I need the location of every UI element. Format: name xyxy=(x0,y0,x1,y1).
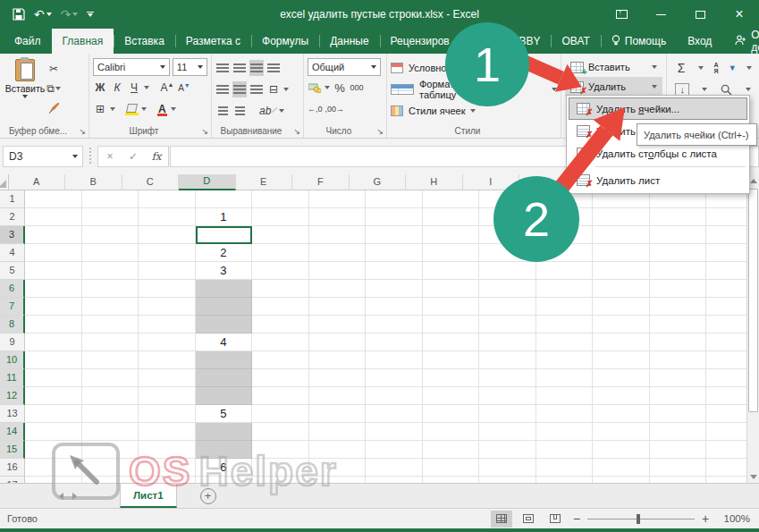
decrease-font-icon[interactable]: А▼ xyxy=(177,80,191,96)
select-all-corner[interactable] xyxy=(0,174,9,190)
sheet-tab-list1[interactable]: Лист1 xyxy=(120,484,177,508)
cell-H3[interactable] xyxy=(423,226,480,244)
cell-J12[interactable] xyxy=(536,387,594,405)
cell-A9[interactable] xyxy=(25,334,82,351)
underline-button[interactable]: Ч xyxy=(127,80,141,96)
tab-help[interactable]: Помощь xyxy=(601,29,677,54)
cell-J13[interactable] xyxy=(536,405,594,423)
cell-G7[interactable] xyxy=(366,298,423,316)
cell-B9[interactable] xyxy=(82,334,139,351)
cell-J17[interactable] xyxy=(536,477,594,483)
currency-dropdown-icon[interactable] xyxy=(325,86,330,89)
cell-L10[interactable] xyxy=(650,351,707,369)
cell-B1[interactable] xyxy=(82,190,139,208)
cell-H5[interactable] xyxy=(423,262,480,280)
cell-L12[interactable] xyxy=(650,387,707,405)
cell-J15[interactable] xyxy=(536,441,594,459)
cell-J14[interactable] xyxy=(536,423,594,441)
cell-L4[interactable] xyxy=(650,244,707,262)
tab-3[interactable]: Разметка с xyxy=(175,29,251,54)
cell-F7[interactable] xyxy=(309,298,367,316)
increase-decimal-icon[interactable]: ←,0 xyxy=(308,101,323,117)
cell-F9[interactable] xyxy=(309,334,367,351)
align-bottom-icon[interactable] xyxy=(249,60,264,76)
cell-M14[interactable] xyxy=(706,423,746,441)
cell-E5[interactable] xyxy=(252,262,309,280)
cell-L5[interactable] xyxy=(650,262,707,280)
font-color-icon[interactable]: А xyxy=(156,103,168,115)
borders-dropdown-icon[interactable] xyxy=(110,107,115,111)
cell-M6[interactable] xyxy=(706,280,746,298)
merge-dropdown-icon[interactable] xyxy=(283,88,289,91)
new-sheet-icon[interactable]: + xyxy=(200,488,216,504)
cell-F13[interactable] xyxy=(309,405,367,423)
cell-C15[interactable] xyxy=(139,441,196,459)
cell-I16[interactable] xyxy=(479,459,536,477)
cell-E6[interactable] xyxy=(252,280,309,298)
cell-F12[interactable] xyxy=(309,387,367,405)
number-format-select[interactable]: Общий xyxy=(308,58,381,76)
cell-I8[interactable] xyxy=(479,316,536,334)
cell-H4[interactable] xyxy=(423,244,480,262)
menu-item-4[interactable]: ✗Удалить лист xyxy=(569,169,747,191)
row-header-4[interactable]: 4 xyxy=(0,244,25,262)
row-header-16[interactable]: 16 xyxy=(0,459,25,477)
cell-C16[interactable] xyxy=(139,459,196,477)
cell-J16[interactable] xyxy=(536,459,594,477)
zoom-slider-thumb[interactable] xyxy=(637,514,640,524)
cell-B13[interactable] xyxy=(82,405,139,423)
row-header-6[interactable]: 6 xyxy=(0,280,25,298)
zoom-slider[interactable] xyxy=(587,519,695,519)
row-header-7[interactable]: 7 xyxy=(0,298,25,316)
cell-L2[interactable] xyxy=(650,208,707,226)
cell-A5[interactable] xyxy=(25,262,82,280)
cell-J5[interactable] xyxy=(536,262,594,280)
cell-A2[interactable] xyxy=(25,208,82,226)
row-header-14[interactable]: 14 xyxy=(0,423,25,441)
cell-H11[interactable] xyxy=(423,369,480,387)
cell-E7[interactable] xyxy=(252,298,309,316)
cell-E3[interactable] xyxy=(252,226,309,244)
column-header-G[interactable]: G xyxy=(350,174,407,190)
clipboard-dialog-launcher-icon[interactable]: ↘ xyxy=(79,127,86,136)
cell-H17[interactable] xyxy=(423,477,480,483)
cell-L13[interactable] xyxy=(650,405,707,423)
cell-I9[interactable] xyxy=(479,334,536,351)
cell-C9[interactable] xyxy=(139,334,196,351)
cell-E15[interactable] xyxy=(252,441,309,459)
cell-F5[interactable] xyxy=(309,262,367,280)
cell-G11[interactable] xyxy=(366,369,423,387)
orientation-dropdown-icon[interactable] xyxy=(279,109,284,113)
row-header-8[interactable]: 8 xyxy=(0,316,25,334)
zoom-level[interactable]: 100% xyxy=(716,513,750,524)
paste-button[interactable]: Вставить xyxy=(4,57,46,116)
cell-E9[interactable] xyxy=(252,334,309,351)
cell-D4[interactable]: 2 xyxy=(196,244,253,262)
maximize-icon[interactable] xyxy=(680,0,720,29)
percent-style-icon[interactable]: % xyxy=(333,80,347,96)
cell-A10[interactable] xyxy=(25,351,82,369)
tab-2[interactable]: Вставка xyxy=(114,29,175,54)
cell-L15[interactable] xyxy=(650,441,707,459)
sort-filter-icon[interactable]: АЯ xyxy=(714,62,719,74)
cell-D6[interactable] xyxy=(196,280,253,298)
cell-A8[interactable] xyxy=(25,316,82,334)
cell-B15[interactable] xyxy=(82,441,139,459)
cell-M3[interactable] xyxy=(706,226,746,244)
cancel-entry-icon[interactable]: × xyxy=(98,150,122,163)
cell-B7[interactable] xyxy=(82,298,139,316)
column-header-B[interactable]: B xyxy=(65,174,122,190)
row-header-9[interactable]: 9 xyxy=(0,334,25,351)
name-box[interactable]: D3 xyxy=(3,146,83,167)
cell-B17[interactable] xyxy=(82,477,139,483)
tab-5[interactable]: Данные xyxy=(319,29,379,54)
row-header-12[interactable]: 12 xyxy=(0,387,25,405)
increase-indent-icon[interactable] xyxy=(232,103,247,119)
column-header-A[interactable]: A xyxy=(9,174,66,190)
next-sheet-icon[interactable] xyxy=(72,493,77,500)
cell-K3[interactable] xyxy=(593,226,650,244)
cell-D7[interactable] xyxy=(196,298,253,316)
autosum-icon[interactable]: Σ xyxy=(674,60,688,76)
undo-icon[interactable]: ↶ xyxy=(34,8,52,21)
cell-L17[interactable] xyxy=(650,477,707,483)
